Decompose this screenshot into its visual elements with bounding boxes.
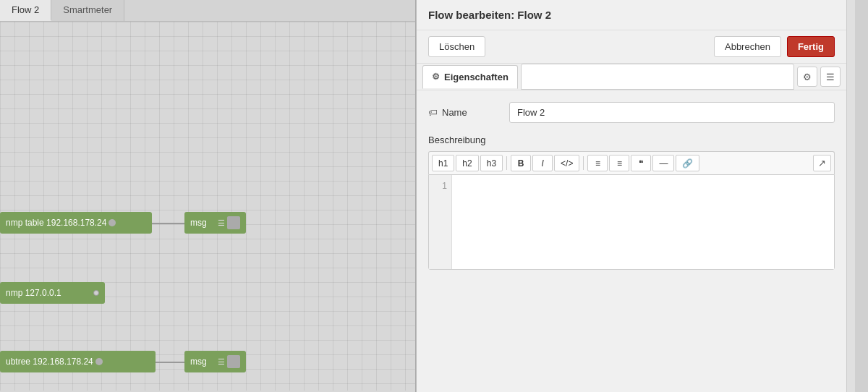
code-button[interactable]: </> [554,155,579,171]
italic-button[interactable]: I [532,155,553,171]
msg1-square [227,216,240,229]
eigenschaften-gear-icon: ⚙ [432,72,440,82]
canvas-area: nmp table 192.168.178.24 nmp 127.0.0.1 u… [0,22,415,391]
node-snmp-127[interactable]: nmp 127.0.0.1 [0,282,105,304]
edit-toolbar: Löschen Abbrechen Fertig [417,30,846,64]
msg2-list-icon: ☰ [218,357,225,367]
h1-button[interactable]: h1 [432,155,454,171]
tab-list-button[interactable]: ☰ [820,67,841,87]
name-field-row: 🏷 Name [428,102,835,123]
beschreibung-label: Beschreibung [428,135,835,145]
bold-button[interactable]: B [511,155,531,171]
tab-flow2-label: Flow 2 [12,4,39,15]
expand-button[interactable]: ↗ [813,155,831,171]
name-input[interactable] [509,102,835,123]
node-msg2[interactable]: msg ☰ [184,351,246,372]
node-msg2-label: msg [190,357,207,367]
fertig-button[interactable]: Fertig [787,36,835,57]
ol-button[interactable]: ≡ [587,155,608,171]
separator1 [506,156,507,170]
node-snmp-127-output[interactable] [93,290,99,296]
msg1-list-icon: ☰ [218,218,225,228]
canvas-panel: Flow 2 Smartmeter nmp table 192.168.178.… [0,0,416,392]
line-number-1: 1 [442,181,447,191]
edit-panel-header: Flow bearbeiten: Flow 2 [417,0,846,30]
separator2 [583,156,584,170]
node-snmp-subtree-label: ubtree 192.168.178.24 [6,357,93,367]
edit-panel-title: Flow bearbeiten: Flow 2 [428,9,551,21]
msg2-square [227,355,240,368]
quote-button[interactable]: ❝ [631,155,651,171]
edit-panel: Flow bearbeiten: Flow 2 Löschen Abbreche… [416,0,846,392]
tab-controls: ⚙ ☰ [797,67,841,87]
editor-area: 1 [428,174,835,270]
name-label: 🏷 Name [428,107,501,118]
h3-button[interactable]: h3 [480,155,503,171]
tab-smartmeter[interactable]: Smartmeter [51,0,124,21]
tag-icon: 🏷 [428,107,438,118]
node-snmp-127-label: nmp 127.0.0.1 [6,288,61,298]
link-button[interactable]: 🔗 [676,155,699,171]
editor-toolbar: h1 h2 h3 B I </> ≡ ≡ ❝ — 🔗 ↗ [428,151,835,174]
edit-tabs: ⚙ Eigenschaften ⚙ ☰ [417,64,846,90]
line-numbers: 1 [429,175,452,269]
abbrechen-button[interactable]: Abbrechen [714,36,781,57]
name-label-text: Name [442,107,467,118]
tab-empty [521,64,794,90]
h2-button[interactable]: h2 [456,155,478,171]
tab-eigenschaften-label: Eigenschaften [444,72,509,82]
hr-button[interactable]: — [652,155,674,171]
tab-settings-button[interactable]: ⚙ [797,67,817,87]
canvas-connections [0,22,415,391]
description-textarea[interactable] [452,175,834,269]
ul-button[interactable]: ≡ [609,155,629,171]
node-snmp-table-label: nmp table 192.168.178.24 [6,218,106,228]
node-msg1-label: msg [190,218,207,228]
tab-eigenschaften[interactable]: ⚙ Eigenschaften [422,65,518,89]
node-snmp-subtree[interactable]: ubtree 192.168.178.24 [0,351,156,372]
node-msg1[interactable]: msg ☰ [184,212,246,234]
beschreibung-section: Beschreibung h1 h2 h3 B I </> ≡ ≡ ❝ — 🔗 … [428,135,835,270]
scrollbar-strip[interactable] [846,0,855,392]
loschen-button[interactable]: Löschen [428,36,485,57]
tab-flow2[interactable]: Flow 2 [0,0,51,21]
edit-content: 🏷 Name Beschreibung h1 h2 h3 B I </> ≡ [417,90,846,392]
node-snmp-subtree-output[interactable] [95,358,103,365]
node-snmp-table-output[interactable] [109,219,116,226]
canvas-header: Flow 2 Smartmeter [0,0,415,22]
tab-smartmeter-label: Smartmeter [63,4,112,15]
node-snmp-table[interactable]: nmp table 192.168.178.24 [0,212,152,234]
